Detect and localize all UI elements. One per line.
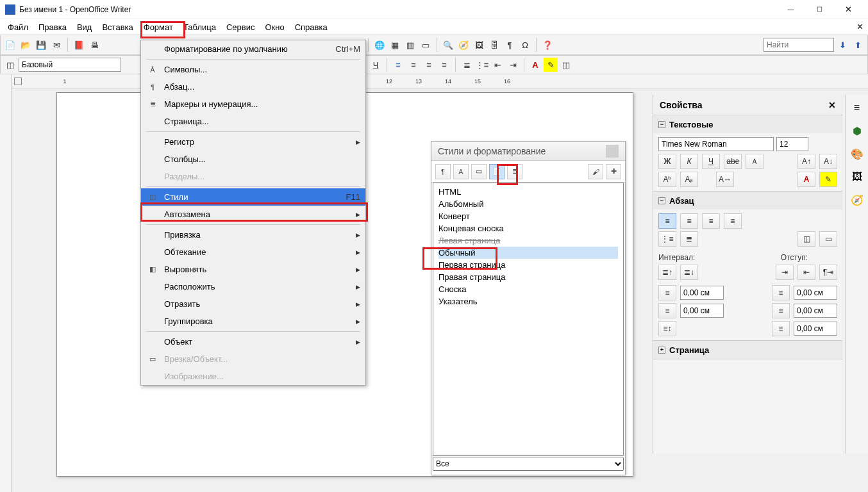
find-button[interactable]: 🔍 — [441, 38, 455, 52]
style-item-envelope[interactable]: Конверт — [438, 210, 618, 222]
menu-columns[interactable]: Столбцы... — [141, 151, 365, 168]
para-border-icon[interactable]: ▭ — [819, 231, 837, 247]
menu-table[interactable]: Таблица — [178, 21, 221, 33]
menu-bullets[interactable]: ≣Маркеры и нумерация... — [141, 95, 365, 113]
after-icon[interactable]: ≡ — [772, 303, 790, 318]
sidebar-gallery-icon[interactable]: 🎨 — [848, 145, 866, 163]
style-item-firstpage[interactable]: Первая страница — [438, 259, 618, 271]
underline-icon[interactable]: Ч — [369, 58, 383, 72]
above-spin[interactable] — [680, 286, 724, 300]
underline-prop-icon[interactable]: Ч — [702, 154, 720, 169]
bold-prop-icon[interactable]: Ж — [658, 154, 676, 169]
menu-symbols[interactable]: ÅСимволы... — [141, 61, 365, 78]
fontcolor-prop-icon[interactable]: А — [797, 172, 815, 187]
menu-group[interactable]: Группировка▶ — [141, 313, 365, 330]
find-input[interactable] — [764, 38, 834, 52]
menu-autocorrect[interactable]: Автозамена▶ — [141, 206, 365, 223]
email-button[interactable]: ✉ — [49, 38, 63, 52]
after-spin[interactable] — [794, 304, 837, 318]
menu-page[interactable]: Страница... — [141, 113, 365, 130]
link-button[interactable]: 🌐 — [372, 38, 387, 52]
menu-format[interactable]: Формат — [138, 21, 178, 33]
list-styles-icon[interactable]: ≣ — [507, 164, 522, 179]
linespacing-icon[interactable]: ≡↕ — [658, 321, 676, 336]
sub-prop-icon[interactable]: Aᵦ — [680, 172, 698, 187]
properties-close-icon[interactable]: ✕ — [828, 100, 836, 110]
menu-edit[interactable]: Правка — [33, 21, 72, 33]
menu-case[interactable]: Регистр▶ — [141, 133, 365, 151]
expand-icon[interactable]: + — [658, 347, 665, 354]
maximize-button[interactable]: ☐ — [805, 1, 834, 19]
print-button[interactable]: 🖶 — [87, 38, 101, 52]
style-item-html[interactable]: HTML — [438, 186, 618, 198]
frame-button[interactable]: ▭ — [419, 38, 433, 52]
menu-arrange[interactable]: Расположить▶ — [141, 278, 365, 295]
before-spin[interactable] — [794, 286, 837, 300]
menu-styles[interactable]: ◫СтилиF11 — [141, 188, 365, 206]
save-button[interactable]: 💾 — [34, 38, 48, 52]
para-center-icon[interactable]: ≡ — [680, 213, 698, 229]
find-next-icon[interactable]: ⬆ — [851, 38, 865, 52]
style-item-default[interactable]: Обычный — [438, 247, 618, 259]
collapse-icon-2[interactable]: − — [658, 197, 665, 204]
spacing-prop-icon[interactable]: A↔ — [716, 172, 734, 187]
para-justify-icon[interactable]: ≡ — [724, 213, 742, 229]
menu-align[interactable]: ◧Выровнять▶ — [141, 261, 365, 278]
close-button[interactable]: ✕ — [834, 1, 863, 19]
firstindent-spin[interactable] — [794, 322, 837, 336]
para-bg-icon[interactable]: ◫ — [797, 231, 815, 247]
para-left-icon[interactable]: ≡ — [658, 213, 676, 229]
datasource-button[interactable]: 🗄 — [487, 38, 501, 52]
menu-paragraph[interactable]: ¶Абзац... — [141, 78, 365, 95]
above-icon[interactable]: ≡ — [658, 285, 676, 300]
styles-filter-select[interactable]: Все — [433, 457, 624, 471]
style-item-leftpage[interactable]: Левая страница — [438, 234, 618, 247]
align-justify-icon[interactable]: ≡ — [437, 58, 451, 72]
para-right-icon[interactable]: ≡ — [702, 213, 720, 229]
open-button[interactable]: 📂 — [19, 38, 33, 52]
indent-dec-icon[interactable]: ⇤ — [797, 265, 815, 280]
table-button[interactable]: ▦ — [388, 38, 402, 52]
menu-flip[interactable]: Отразить▶ — [141, 295, 365, 313]
menu-window[interactable]: Окно — [260, 21, 289, 33]
font-size-combo[interactable] — [776, 137, 808, 151]
style-combo[interactable] — [19, 58, 121, 72]
sidebar-compass-icon[interactable]: 🧭 — [848, 191, 866, 209]
align-center-icon[interactable]: ≡ — [406, 58, 421, 72]
new-style-icon[interactable]: ✚ — [606, 164, 621, 179]
new-button[interactable]: 📄 — [3, 38, 17, 52]
page-section-header[interactable]: + Страница — [653, 341, 842, 359]
sidebar-properties-icon[interactable]: ⬢ — [848, 122, 866, 140]
navigator-button[interactable]: 🧭 — [456, 38, 471, 52]
styles-panel-header[interactable]: Стили и форматирование — [431, 142, 625, 161]
find-prev-icon[interactable]: ⬇ — [835, 38, 849, 52]
style-item-landscape[interactable]: Альбомный — [438, 198, 618, 210]
numbering-icon[interactable]: ≣ — [460, 58, 474, 72]
indent-icon[interactable]: ⇥ — [506, 58, 520, 72]
before-icon[interactable]: ≡ — [772, 285, 790, 300]
menu-insert[interactable]: Вставка — [97, 21, 138, 33]
gallery-button[interactable]: 🖼 — [472, 38, 486, 52]
style-item-index[interactable]: Указатель — [438, 295, 618, 308]
styles-window-icon[interactable]: ◫ — [3, 58, 17, 72]
shrink-font-icon[interactable]: A↓ — [819, 154, 837, 169]
pdf-button[interactable]: 📕 — [72, 38, 86, 52]
menu-wrap[interactable]: Обтекание▶ — [141, 243, 365, 261]
sidebar-menu-icon[interactable]: ≡ — [848, 99, 866, 117]
below-spin[interactable] — [680, 304, 724, 318]
menu-default-format[interactable]: Форматирование по умолчаниюCtrl+M — [141, 40, 365, 58]
para-bullets-icon[interactable]: ⋮≡ — [658, 231, 676, 247]
frame-styles-icon[interactable]: ▭ — [471, 164, 487, 179]
para-numbering-icon[interactable]: ≣ — [680, 231, 698, 247]
outdent-icon[interactable]: ⇤ — [490, 58, 505, 72]
nonprint-button[interactable]: ¶ — [503, 38, 517, 52]
char-styles-icon[interactable]: A — [453, 164, 469, 179]
italic-prop-icon[interactable]: К — [680, 154, 698, 169]
style-item-endnote[interactable]: Концевая сноска — [438, 222, 618, 234]
para-styles-icon[interactable]: ¶ — [435, 164, 451, 179]
highlight-icon[interactable]: ✎ — [544, 58, 558, 72]
menu-tools[interactable]: Сервис — [221, 21, 260, 33]
styles-panel-close-icon[interactable] — [606, 145, 619, 158]
align-left-icon[interactable]: ≡ — [391, 58, 405, 72]
firstindent-icon[interactable]: ≡ — [772, 321, 790, 336]
